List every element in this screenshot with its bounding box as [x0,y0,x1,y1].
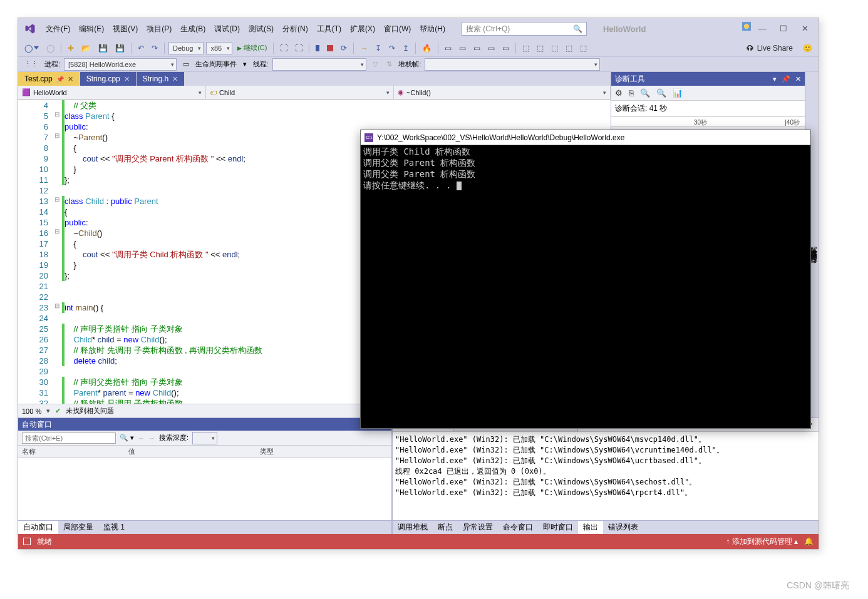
nav-class-dropdown[interactable]: 🏷Child [206,86,394,99]
zoom-out-icon[interactable]: 🔍 [656,88,666,98]
nav-fwd-icon[interactable]: → [148,434,155,442]
panel-tab[interactable]: 即时窗口 [538,521,578,534]
reset-zoom-icon[interactable]: 📊 [673,88,683,98]
col-value[interactable]: 值 [125,446,256,458]
hot-reload-icon[interactable]: 🔥 [420,43,434,54]
maximize-button[interactable]: ☐ [773,22,793,36]
ext-4-icon[interactable]: ⬚ [563,43,575,54]
continue-button[interactable]: 继续(C) [235,42,269,54]
ext-2-icon[interactable]: ⬚ [534,43,546,54]
pin-icon[interactable]: 📌 [782,75,790,83]
depth-label: 搜索深度: [159,433,189,443]
process-icon[interactable]: ⛶ [277,43,290,54]
col-type[interactable]: 类型 [256,446,277,458]
panel-tab[interactable]: 调用堆栈 [393,521,433,534]
save-all-icon[interactable]: 💾 [113,43,127,54]
lifecycle-icon[interactable]: ▭ [180,59,192,69]
menu-item[interactable]: 编辑(E) [75,21,108,37]
forward-button[interactable]: ◯ [44,43,57,54]
layout-4-icon[interactable]: ▭ [485,43,497,54]
autos-search-input[interactable] [22,433,116,444]
menu-item[interactable]: 调试(D) [210,21,244,37]
ext-3-icon[interactable]: ⬚ [549,43,561,54]
dropdown-icon[interactable]: ▾ [773,75,777,83]
layout-1-icon[interactable]: ▭ [442,43,454,54]
exit-icon[interactable]: ⎘ [629,88,634,98]
grip-icon[interactable]: ⋮⋮ [22,59,41,69]
layout-2-icon[interactable]: ▭ [457,43,468,54]
layout-5-icon[interactable]: ▭ [500,43,512,54]
minimize-button[interactable]: — [752,22,772,36]
process-label: 进程: [44,59,60,69]
feedback-icon[interactable]: 🙂 [800,43,815,54]
close-button[interactable]: ✕ [795,22,815,36]
document-tab[interactable]: String.cpp✕ [80,72,137,86]
search-icon[interactable]: 🔍 ▾ [120,434,134,442]
menu-item[interactable]: 文件(F) [42,21,74,37]
menu-item[interactable]: 视图(V) [109,21,142,37]
restart-icon[interactable]: ⟳ [338,43,349,54]
ok-icon: ✔ [55,407,61,415]
menu-item[interactable]: 生成(B) [177,21,209,37]
stop-icon[interactable] [324,44,336,53]
menu-item[interactable]: 分析(N) [279,21,312,37]
zoom-level[interactable]: 100 % [22,407,41,415]
menu-item[interactable]: 扩展(X) [346,21,379,37]
document-tab[interactable]: String.h✕ [137,72,185,86]
new-project-icon[interactable]: ✚ [65,43,76,54]
menu-item[interactable]: 测试(S) [245,21,277,37]
col-name[interactable]: 名称 [18,446,125,458]
document-tab[interactable]: Test.cpp📌✕ [18,72,80,86]
ext-5-icon[interactable]: ⬚ [577,43,589,54]
panel-tab[interactable]: 监视 1 [98,521,130,534]
threads-icon[interactable]: ⇅ [384,59,395,69]
step-into-icon[interactable]: ↧ [373,43,384,54]
notifications-icon[interactable]: 🔔 [804,537,814,546]
depth-dropdown[interactable] [192,432,217,444]
panel-tab[interactable]: 错误列表 [603,521,643,534]
panel-tab[interactable]: 命令窗口 [498,521,538,534]
save-icon[interactable]: 💾 [96,43,110,54]
main-menu: 文件(F)编辑(E)视图(V)项目(P)生成(B)调试(D)测试(S)分析(N)… [42,21,449,37]
stack-dropdown[interactable] [425,58,600,71]
show-next-icon[interactable]: → [358,43,370,54]
output-text[interactable]: "HelloWorld.exe" (Win32): 已加载 "C:\Window… [393,432,819,520]
thread-dropdown[interactable] [272,58,366,71]
source-control-button[interactable]: ↑ 添加到源代码管理 ▴ [726,536,798,547]
panel-tab[interactable]: 异常设置 [458,521,498,534]
panel-tab[interactable]: 局部变量 [58,521,98,534]
console-window[interactable]: C:\ Y:\002_WorkSpace\002_VS\HelloWorld\H… [360,130,811,429]
attach-icon[interactable]: ⛶ [292,43,305,54]
process-dropdown[interactable]: [5828] HelloWorld.exe [64,58,177,71]
panel-tab[interactable]: 输出 [578,521,603,534]
nav-back-icon[interactable]: ← [138,434,145,442]
platform-dropdown[interactable]: x86 [206,42,232,54]
nav-scope-dropdown[interactable]: 🟪HelloWorld [18,86,206,99]
menu-item[interactable]: 帮助(H) [416,21,449,37]
close-panel-icon[interactable]: ✕ [795,75,801,83]
menu-item[interactable]: 工具(T) [313,21,345,37]
pause-icon[interactable] [313,44,322,53]
console-title-bar[interactable]: C:\ Y:\002_WorkSpace\002_VS\HelloWorld\H… [361,130,810,145]
step-out-icon[interactable]: ↥ [400,43,411,54]
config-dropdown[interactable]: Debug [168,42,204,54]
gear-icon[interactable]: ⚙ [615,88,623,98]
panel-tab[interactable]: 断点 [433,521,458,534]
user-icon[interactable] [742,22,751,31]
nav-member-dropdown[interactable]: ◉~Child() [394,86,611,99]
quick-search-box[interactable]: 搜索 (Ctrl+Q) 🔍 [462,22,587,36]
menu-item[interactable]: 窗口(W) [380,21,415,37]
zoom-in-icon[interactable]: 🔍 [640,88,650,98]
redo-icon[interactable]: ↷ [149,43,160,54]
step-over-icon[interactable]: ↷ [386,43,398,54]
undo-icon[interactable]: ↶ [135,43,147,54]
ext-1-icon[interactable]: ⬚ [520,43,532,54]
menu-item[interactable]: 项目(P) [143,21,175,37]
live-share-button[interactable]: ⮉ Live Share [741,43,798,54]
filter-icon[interactable]: ▽ [370,59,380,69]
back-button[interactable]: ◯ [22,43,41,54]
open-icon[interactable]: 📂 [79,43,93,54]
diagnostics-toolbar: ⚙ ⎘ 🔍 🔍 📊 [611,86,805,101]
panel-tab[interactable]: 自动窗口 [18,521,58,534]
layout-3-icon[interactable]: ▭ [471,43,483,54]
